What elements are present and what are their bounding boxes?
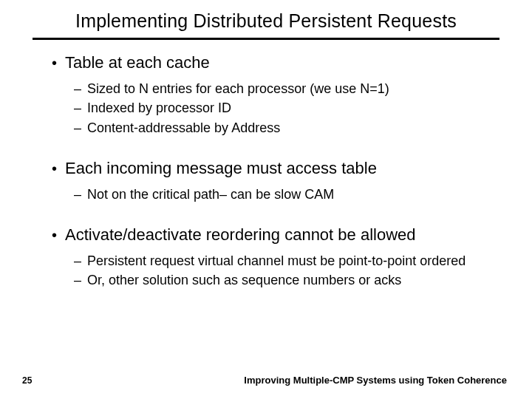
slide-footer: 25 Improving Multiple-CMP Systems using … bbox=[0, 375, 532, 386]
sub-bullet-text: Or, other solution such as sequence numb… bbox=[87, 271, 495, 289]
sub-bullet: Content-addressable by Address bbox=[74, 119, 495, 137]
bullet-1-text: Table at each cache bbox=[65, 53, 210, 72]
sub-bullet-text: Sized to N entries for each processor (w… bbox=[87, 80, 495, 98]
footer-title: Improving Multiple-CMP Systems using Tok… bbox=[244, 375, 507, 386]
bullet-1: Table at each cache bbox=[52, 53, 495, 72]
dash-icon bbox=[74, 252, 87, 270]
slide-title: Implementing Distributed Persistent Requ… bbox=[0, 0, 532, 38]
title-rule bbox=[33, 38, 499, 40]
sub-bullet: Not on the critical path– can be slow CA… bbox=[74, 185, 495, 203]
sub-bullet-text: Not on the critical path– can be slow CA… bbox=[87, 185, 495, 203]
bullet-dot-icon bbox=[52, 159, 65, 178]
dash-icon bbox=[74, 99, 87, 117]
dash-icon bbox=[74, 185, 87, 203]
bullet-3-text: Activate/deactivate reordering cannot be… bbox=[65, 225, 416, 245]
dash-icon bbox=[74, 119, 87, 137]
bullet-dot-icon bbox=[52, 225, 65, 245]
dash-icon bbox=[74, 271, 87, 289]
sub-bullet: Sized to N entries for each processor (w… bbox=[74, 80, 495, 98]
bullet-2: Each incoming message must access table bbox=[52, 159, 495, 178]
bullet-dot-icon bbox=[52, 53, 65, 72]
sub-bullet: Persistent request virtual channel must … bbox=[74, 252, 495, 270]
sub-bullet: Or, other solution such as sequence numb… bbox=[74, 271, 495, 289]
sub-bullet-text: Persistent request virtual channel must … bbox=[87, 252, 495, 270]
sub-bullet: Indexed by processor ID bbox=[74, 99, 495, 117]
bullet-2-text: Each incoming message must access table bbox=[65, 159, 377, 178]
bullet-3: Activate/deactivate reordering cannot be… bbox=[52, 225, 495, 245]
dash-icon bbox=[74, 80, 87, 98]
sub-bullet-text: Content-addressable by Address bbox=[87, 119, 495, 137]
sub-bullet-text: Indexed by processor ID bbox=[87, 99, 495, 117]
slide-body: Table at each cache Sized to N entries f… bbox=[0, 53, 532, 290]
page-number: 25 bbox=[22, 375, 32, 386]
